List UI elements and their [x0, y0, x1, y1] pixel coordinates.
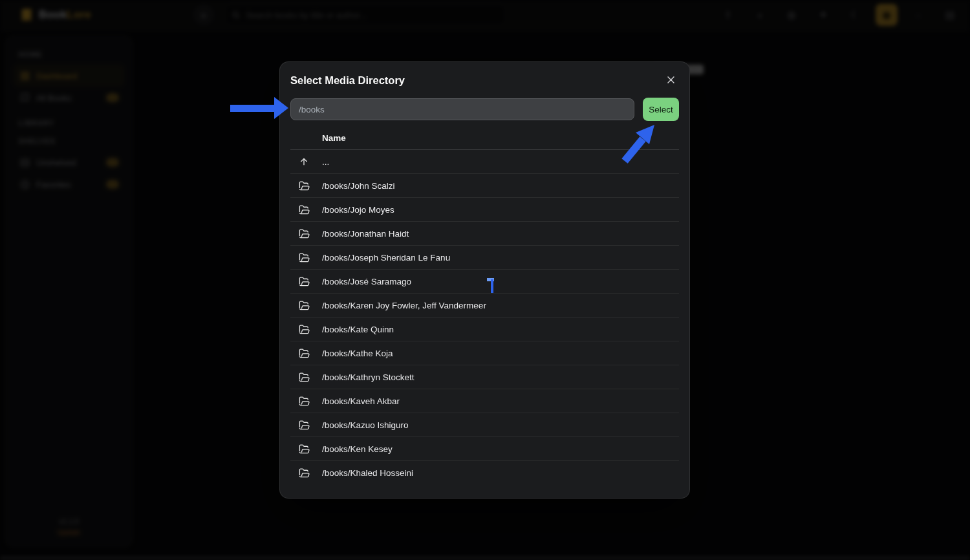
select-button[interactable]: Select: [643, 98, 679, 121]
directory-row[interactable]: /books/Kathe Koja: [290, 341, 679, 365]
directory-path-label: /books/Joseph Sheridan Le Fanu: [322, 253, 450, 263]
folder-open-icon: [299, 252, 310, 263]
folder-open-icon: [299, 396, 310, 407]
directory-row[interactable]: /books/José Saramago: [290, 270, 679, 294]
directory-path-label: /books/Kazuo Ishiguro: [322, 420, 409, 430]
folder-open-icon: [299, 372, 310, 383]
directory-rows: ... /books/John Scalzi /books/Jojo Moyes: [290, 150, 679, 485]
folder-open-icon: [299, 420, 310, 431]
directory-row[interactable]: /books/John Scalzi: [290, 174, 679, 198]
directory-row[interactable]: /books/Ken Kesey: [290, 437, 679, 461]
path-row: Select: [280, 92, 689, 121]
directory-path-label: /books/Ken Kesey: [322, 444, 393, 454]
directory-path-label: /books/John Scalzi: [322, 181, 395, 191]
directory-path-label: /books/Kathe Koja: [322, 349, 393, 358]
directory-path-label: /books/Jonathan Haidt: [322, 229, 409, 239]
directory-path-label: /books/Kaveh Akbar: [322, 396, 400, 406]
folder-open-icon: [299, 228, 310, 239]
directory-path-label: ...: [322, 157, 329, 167]
folder-open-icon: [299, 276, 310, 287]
directory-row[interactable]: /books/Karen Joy Fowler, Jeff Vandermeer: [290, 294, 679, 318]
directory-path-label: /books/Kathryn Stockett: [322, 372, 415, 382]
directory-row[interactable]: /books/Kathryn Stockett: [290, 365, 679, 389]
directory-row[interactable]: /books/Kaveh Akbar: [290, 389, 679, 413]
directory-path-label: /books/Khaled Hosseini: [322, 468, 413, 478]
modal-title: Select Media Directory: [290, 74, 405, 87]
directory-row[interactable]: /books/Jojo Moyes: [290, 198, 679, 222]
folder-open-icon: [299, 348, 310, 359]
directory-row[interactable]: /books/Joseph Sheridan Le Fanu: [290, 246, 679, 270]
directory-table: Name ... /books/John Scalzi: [290, 127, 679, 485]
close-icon[interactable]: [665, 74, 676, 85]
directory-row[interactable]: /books/Kate Quinn: [290, 318, 679, 341]
directory-path-label: /books/Jojo Moyes: [322, 205, 394, 215]
directory-path-label: /books/José Saramago: [322, 277, 411, 286]
directory-path-label: /books/Karen Joy Fowler, Jeff Vandermeer: [322, 301, 486, 310]
folder-open-icon: [299, 180, 310, 191]
annotation-arrow-to-input: [230, 105, 277, 112]
folder-open-icon: [299, 324, 310, 335]
arrow-up-icon: [299, 156, 309, 167]
directory-path-input[interactable]: [290, 98, 634, 120]
folder-open-icon: [299, 204, 310, 215]
directory-row[interactable]: /books/Kazuo Ishiguro: [290, 413, 679, 437]
modal-header: Select Media Directory: [280, 62, 689, 92]
folder-open-icon: [299, 444, 310, 455]
folder-open-icon: [299, 300, 310, 311]
text-cursor: [487, 278, 497, 294]
annotation-arrow-to-select: [616, 118, 662, 169]
annotation-arrow-to-input-head: [274, 97, 288, 119]
directory-row[interactable]: /books/Jonathan Haidt: [290, 222, 679, 246]
folder-open-icon: [299, 468, 310, 479]
directory-path-label: /books/Kate Quinn: [322, 325, 394, 334]
directory-row[interactable]: /books/Khaled Hosseini: [290, 461, 679, 485]
name-column-header: Name: [322, 133, 346, 143]
